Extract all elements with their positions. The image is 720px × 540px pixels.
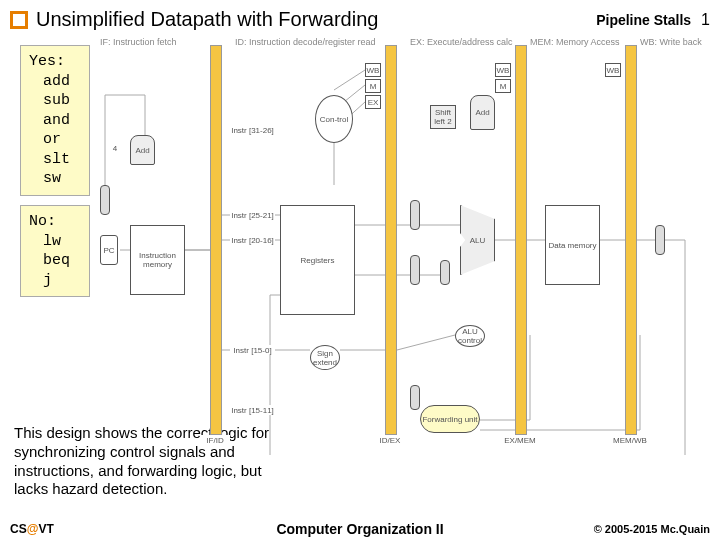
datapath-diagram: IF: Instruction fetch ID: Instruction de… [100,35,710,455]
stage-label-ex: EX: Execute/address calc [410,37,513,47]
slide-marker [10,11,28,29]
footer-cs: CS [10,522,27,536]
idex-label: ID/EX [375,435,405,445]
idex-register [385,45,397,435]
instr-15-0: Instr [15-0] [230,345,275,355]
svg-line-17 [334,70,365,90]
footer-center: Computer Organization II [276,521,443,537]
wb-ctrl-ex: WB [495,63,511,77]
page-number: 1 [701,11,710,29]
no-instruction-box: No: lw beq j [20,205,90,297]
yes-label: Yes: [29,52,81,72]
exmem-label: EX/MEM [500,435,540,445]
wiring-svg [100,35,710,455]
mux-wb [655,225,665,255]
mux-alusrc [440,260,450,285]
yes-item: sub [29,91,81,111]
ifid-register [210,45,222,435]
control-unit: Con-trol [315,95,353,143]
yes-item: add [29,72,81,92]
footer-copyright: © 2005-2015 Mc.Quain [594,523,710,535]
svg-line-14 [397,335,455,350]
wb-ctrl-mem: WB [605,63,621,77]
alu-control: ALU control [455,325,485,347]
ifid-label: IF/ID [200,435,230,445]
forwarding-unit: Forwarding unit [420,405,480,433]
m-ctrl-id: M [365,79,381,93]
exmem-register [515,45,527,435]
constant-four: 4 [110,143,120,153]
sign-extend: Sign extend [310,345,340,370]
instr-15-11: Instr [15-11] [230,405,275,415]
yes-instruction-box: Yes: add sub and or slt sw [20,45,90,196]
footer-vt: VT [38,522,53,536]
shift-left-2: Shift left 2 [430,105,456,129]
no-label: No: [29,212,81,232]
instr-25-21: Instr [25-21] [230,210,275,220]
pc-block: PC [100,235,118,265]
adder-branch: Add [470,95,495,130]
adder-if: Add [130,135,155,165]
m-ctrl-ex: M [495,79,511,93]
mux-regdst [410,385,420,410]
footer-csvt: CS@VT [10,522,54,536]
data-memory: Data memory [545,205,600,285]
ex-ctrl-id: EX [365,95,381,109]
mux-pc [100,185,110,215]
stage-label-id: ID: Instruction decode/register read [235,37,376,47]
footer-at: @ [27,522,39,536]
yes-item: or [29,130,81,150]
memwb-label: MEM/WB [610,435,650,445]
wb-ctrl-id: WB [365,63,381,77]
stage-label-if: IF: Instruction fetch [100,37,177,47]
no-item: lw [29,232,81,252]
slide-title: Unsimplified Datapath with Forwarding [36,8,596,31]
instr-20-16: Instr [20-16] [230,235,275,245]
mux-alu-a [410,200,420,230]
yes-item: sw [29,169,81,189]
slide-footer: CS@VT Computer Organization II © 2005-20… [0,522,720,536]
stage-label-mem: MEM: Memory Access [530,37,620,47]
register-file: Registers [280,205,355,315]
slide-topic: Pipeline Stalls [596,12,691,28]
stage-label-wb: WB: Write back [640,37,702,47]
yes-item: slt [29,150,81,170]
mux-alu-b [410,255,420,285]
no-item: beq [29,251,81,271]
instruction-memory: Instruction memory [130,225,185,295]
no-item: j [29,271,81,291]
yes-item: and [29,111,81,131]
instr-31-26: Instr [31-26] [230,125,275,135]
memwb-register [625,45,637,435]
